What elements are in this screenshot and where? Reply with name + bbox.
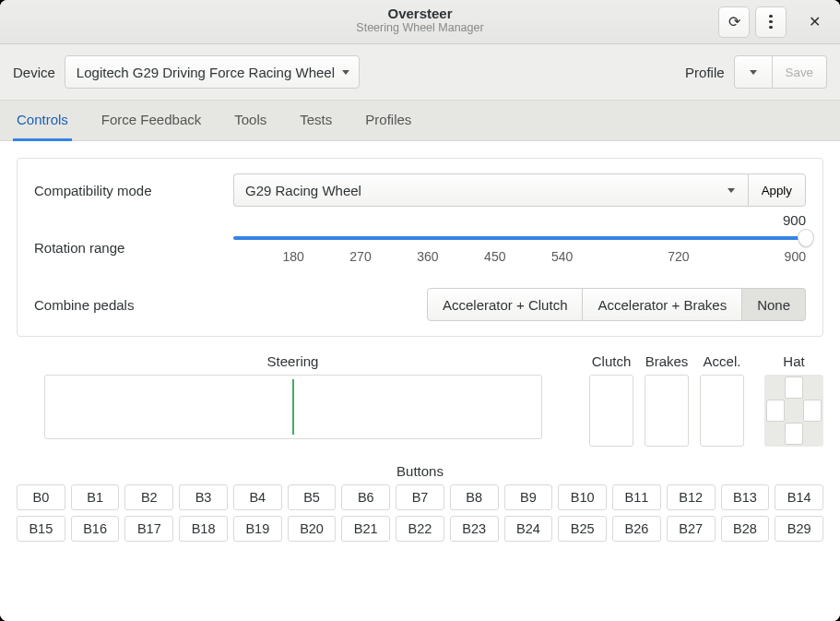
device-combo[interactable]: Logitech G29 Driving Force Racing Wheel	[65, 55, 360, 89]
button-indicator-b10: B10	[558, 484, 607, 510]
slider-tick: 540	[551, 249, 573, 264]
hat-caption: Hat	[783, 353, 804, 369]
steering-indicator	[44, 375, 542, 439]
compat-combo-value: G29 Racing Wheel	[245, 183, 361, 198]
chevron-down-icon	[342, 70, 349, 75]
button-indicator-b27: B27	[667, 516, 716, 542]
save-button[interactable]: Save	[773, 55, 827, 89]
button-indicator-b16: B16	[71, 516, 120, 542]
profile-combo[interactable]	[734, 55, 773, 89]
compat-label: Compatibility mode	[34, 183, 219, 198]
combine-toggle-group: Accelerator + ClutchAccelerator + Brakes…	[427, 288, 806, 321]
rotation-label: Rotation range	[34, 240, 219, 256]
clutch-indicator	[589, 375, 633, 447]
slider-thumb[interactable]	[798, 229, 814, 247]
slider-tick: 900	[785, 249, 806, 264]
slider-tick	[619, 249, 622, 264]
button-indicator-b29: B29	[775, 516, 823, 542]
steering-center-line	[292, 379, 294, 435]
button-indicator-b14: B14	[775, 484, 823, 510]
button-indicator-b8: B8	[450, 484, 499, 510]
kebab-icon	[769, 15, 772, 29]
button-indicator-b11: B11	[612, 484, 661, 510]
button-indicator-b21: B21	[341, 516, 390, 542]
controls-panel: Compatibility mode G29 Racing Wheel Appl…	[17, 158, 823, 337]
button-indicator-b13: B13	[721, 484, 770, 510]
slider-tick	[735, 249, 739, 264]
refresh-button[interactable]: ⟳	[718, 6, 750, 38]
tab-tests[interactable]: Tests	[296, 101, 336, 141]
slider-tick: 720	[668, 249, 689, 264]
combine-label: Combine pedals	[34, 297, 219, 313]
tab-controls[interactable]: Controls	[13, 101, 72, 141]
buttons-caption: Buttons	[396, 463, 444, 479]
button-indicator-b9: B9	[504, 484, 553, 510]
slider-tick: 450	[484, 249, 505, 264]
slider-tick: 360	[417, 249, 438, 264]
accel-indicator	[700, 375, 744, 447]
button-indicator-b1: B1	[71, 484, 120, 510]
compat-combo[interactable]: G29 Racing Wheel	[233, 173, 748, 207]
slider-tick: 180	[282, 249, 303, 264]
tab-profiles[interactable]: Profiles	[361, 101, 415, 141]
button-indicator-b2: B2	[124, 484, 173, 510]
accel-caption: Accel.	[704, 353, 741, 369]
titlebar: Oversteer Steering Wheel Manager ⟳ ✕	[0, 0, 840, 44]
hat-up	[785, 376, 803, 399]
slider-tick: 270	[349, 249, 371, 264]
button-indicator-b15: B15	[17, 516, 65, 542]
button-indicator-b26: B26	[612, 516, 661, 542]
button-indicator-b24: B24	[504, 516, 553, 542]
compat-apply-button[interactable]: Apply	[748, 173, 806, 207]
close-icon: ✕	[809, 15, 821, 30]
chevron-down-icon	[728, 188, 735, 193]
button-indicator-b12: B12	[667, 484, 716, 510]
combine-option-1[interactable]: Accelerator + Brakes	[583, 288, 742, 321]
buttons-grid: B0B1B2B3B4B5B6B7B8B9B10B11B12B13B14B15B1…	[17, 484, 823, 542]
profile-group: Save	[734, 55, 827, 89]
content-area: Compatibility mode G29 Racing Wheel Appl…	[0, 141, 840, 621]
button-indicator-b18: B18	[179, 516, 228, 542]
button-indicator-b6: B6	[341, 484, 390, 510]
clutch-caption: Clutch	[592, 353, 632, 369]
tab-bar: ControlsForce FeedbackToolsTestsProfiles	[0, 101, 840, 141]
button-indicator-b28: B28	[721, 516, 770, 542]
window-title: Oversteer	[0, 6, 840, 21]
button-indicator-b5: B5	[288, 484, 337, 510]
steering-caption: Steering	[267, 353, 319, 369]
combine-row: Combine pedals Accelerator + ClutchAccel…	[34, 288, 806, 321]
buttons-section: Buttons B0B1B2B3B4B5B6B7B8B9B10B11B12B13…	[17, 463, 823, 542]
button-indicator-b19: B19	[233, 516, 282, 542]
button-indicator-b4: B4	[233, 484, 282, 510]
toolbar: Device Logitech G29 Driving Force Racing…	[0, 44, 840, 101]
brakes-indicator	[645, 375, 689, 447]
tab-tools[interactable]: Tools	[231, 101, 270, 141]
combine-option-2[interactable]: None	[742, 288, 806, 321]
compat-apply-label: Apply	[762, 184, 792, 197]
slider-ticks: 180270360450540 720 900	[233, 249, 806, 264]
tab-force-feedback[interactable]: Force Feedback	[98, 101, 205, 141]
compat-row: Compatibility mode G29 Racing Wheel Appl…	[34, 173, 806, 207]
button-indicator-b25: B25	[558, 516, 607, 542]
button-indicator-b20: B20	[288, 516, 337, 542]
button-indicator-b23: B23	[450, 516, 499, 542]
chevron-down-icon	[750, 70, 757, 75]
input-preview: Steering Clutch Brakes Accel.	[17, 353, 823, 447]
slider-track	[233, 236, 806, 240]
refresh-icon: ⟳	[728, 15, 740, 30]
hat-indicator	[764, 375, 823, 447]
title-block: Oversteer Steering Wheel Manager	[0, 6, 840, 35]
brakes-caption: Brakes	[645, 353, 689, 369]
rotation-row: Rotation range 900 180270360450540 720 9…	[34, 231, 806, 264]
close-button[interactable]: ✕	[798, 6, 831, 39]
menu-button[interactable]	[755, 6, 787, 38]
rotation-value: 900	[783, 212, 806, 228]
hat-right	[803, 400, 822, 422]
profile-label: Profile	[685, 65, 725, 80]
device-combo-value: Logitech G29 Driving Force Racing Wheel	[77, 65, 335, 80]
device-label: Device	[13, 65, 55, 80]
rotation-slider[interactable]: 900 180270360450540 720 900	[233, 231, 806, 264]
button-indicator-b7: B7	[396, 484, 444, 510]
combine-option-0[interactable]: Accelerator + Clutch	[427, 288, 583, 321]
button-indicator-b17: B17	[124, 516, 173, 542]
